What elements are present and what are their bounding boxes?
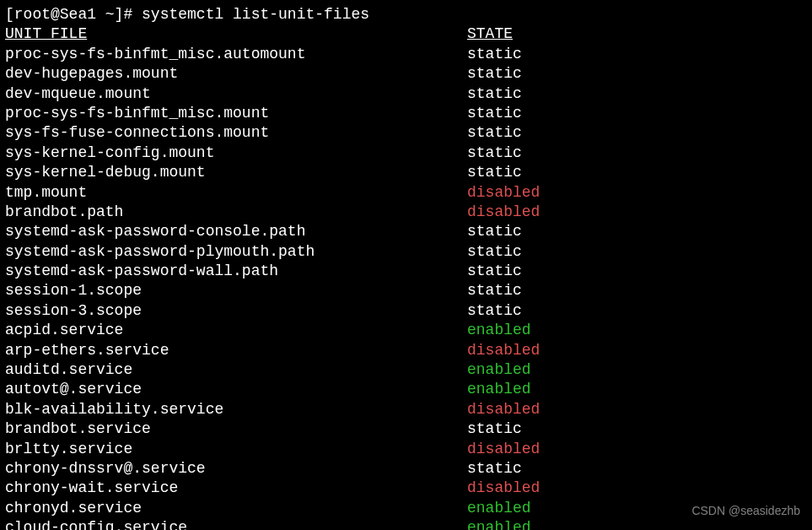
unit-file-name: auditd.service	[5, 360, 467, 380]
table-row: dev-mqueue.mountstatic	[5, 84, 807, 104]
unit-file-name: brandbot.service	[5, 419, 467, 439]
unit-file-state: static	[467, 84, 807, 104]
unit-file-name: brandbot.path	[5, 203, 467, 222]
header-state: STATE	[467, 24, 807, 44]
unit-file-name: chrony-dnssrv@.service	[5, 459, 467, 479]
unit-file-state: disabled	[467, 440, 807, 459]
unit-file-state: static	[467, 281, 807, 300]
table-row: session-1.scopestatic	[5, 281, 807, 300]
table-row: dev-hugepages.mountstatic	[5, 64, 807, 84]
unit-file-state: static	[467, 242, 807, 262]
unit-file-name: chronyd.service	[5, 499, 467, 518]
unit-file-state: static	[467, 123, 807, 143]
table-row: session-3.scopestatic	[5, 301, 807, 321]
shell-prompt-line: [root@Sea1 ~]# systemctl list-unit-files	[5, 5, 807, 24]
unit-file-state: static	[467, 104, 807, 123]
unit-file-name: tmp.mount	[5, 183, 467, 203]
unit-file-name: systemd-ask-password-plymouth.path	[5, 242, 467, 262]
table-header: UNIT FILE STATE	[5, 24, 807, 44]
unit-file-state: disabled	[467, 479, 807, 498]
table-row: brandbot.pathdisabled	[5, 203, 807, 222]
unit-file-state: disabled	[467, 203, 807, 222]
unit-file-name: acpid.service	[5, 321, 467, 340]
header-unit-file: UNIT FILE	[5, 24, 467, 44]
table-row: chronyd.serviceenabled	[5, 499, 807, 518]
unit-file-state: enabled	[467, 499, 807, 518]
unit-file-name: autovt@.service	[5, 380, 467, 399]
table-row: autovt@.serviceenabled	[5, 380, 807, 399]
unit-file-state: static	[467, 419, 807, 439]
unit-file-name: chrony-wait.service	[5, 479, 467, 498]
unit-file-name: cloud-config.service	[5, 518, 467, 530]
table-row: sys-kernel-config.mountstatic	[5, 143, 807, 163]
unit-file-state: static	[467, 262, 807, 281]
table-row: proc-sys-fs-binfmt_misc.automountstatic	[5, 45, 807, 64]
unit-file-name: proc-sys-fs-binfmt_misc.mount	[5, 104, 467, 123]
table-row: sys-kernel-debug.mountstatic	[5, 163, 807, 182]
unit-file-state: disabled	[467, 341, 807, 360]
table-row: chrony-dnssrv@.servicestatic	[5, 459, 807, 479]
unit-file-state: disabled	[467, 400, 807, 419]
unit-file-name: brltty.service	[5, 440, 467, 459]
table-row: chrony-wait.servicedisabled	[5, 479, 807, 498]
unit-file-name: sys-kernel-config.mount	[5, 143, 467, 163]
table-row: systemd-ask-password-plymouth.pathstatic	[5, 242, 807, 262]
table-row: acpid.serviceenabled	[5, 321, 807, 340]
unit-file-name: sys-fs-fuse-connections.mount	[5, 123, 467, 143]
unit-file-name: arp-ethers.service	[5, 341, 467, 360]
unit-file-state: static	[467, 45, 807, 64]
unit-file-name: session-1.scope	[5, 281, 467, 300]
unit-file-state: enabled	[467, 518, 807, 530]
table-row: blk-availability.servicedisabled	[5, 400, 807, 419]
table-row: proc-sys-fs-binfmt_misc.mountstatic	[5, 104, 807, 123]
table-row: systemd-ask-password-console.pathstatic	[5, 222, 807, 241]
unit-file-name: systemd-ask-password-wall.path	[5, 262, 467, 281]
table-row: systemd-ask-password-wall.pathstatic	[5, 262, 807, 281]
unit-file-name: blk-availability.service	[5, 400, 467, 419]
unit-file-name: dev-mqueue.mount	[5, 84, 467, 104]
unit-file-state: enabled	[467, 321, 807, 340]
unit-file-state: disabled	[467, 183, 807, 203]
unit-file-state: static	[467, 222, 807, 241]
unit-file-state: static	[467, 143, 807, 163]
table-row: cloud-config.serviceenabled	[5, 518, 807, 530]
table-row: sys-fs-fuse-connections.mountstatic	[5, 123, 807, 143]
unit-file-state: static	[467, 64, 807, 84]
unit-file-name: sys-kernel-debug.mount	[5, 163, 467, 182]
unit-file-state: static	[467, 163, 807, 182]
unit-file-list: proc-sys-fs-binfmt_misc.automountstaticd…	[5, 45, 807, 530]
unit-file-name: proc-sys-fs-binfmt_misc.automount	[5, 45, 467, 64]
unit-file-name: systemd-ask-password-console.path	[5, 222, 467, 241]
unit-file-name: session-3.scope	[5, 301, 467, 321]
unit-file-state: enabled	[467, 360, 807, 380]
unit-file-state: enabled	[467, 380, 807, 399]
table-row: auditd.serviceenabled	[5, 360, 807, 380]
table-row: tmp.mountdisabled	[5, 183, 807, 203]
unit-file-state: static	[467, 301, 807, 321]
unit-file-name: dev-hugepages.mount	[5, 64, 467, 84]
table-row: brltty.servicedisabled	[5, 440, 807, 459]
unit-file-state: static	[467, 459, 807, 479]
table-row: brandbot.servicestatic	[5, 419, 807, 439]
table-row: arp-ethers.servicedisabled	[5, 341, 807, 360]
